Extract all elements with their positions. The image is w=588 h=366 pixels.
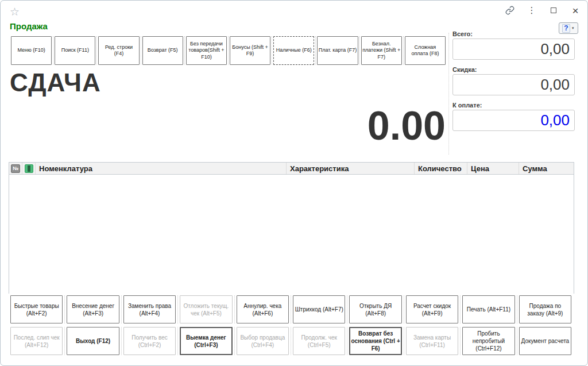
- get-weight-button: Получить вес (Ctrl+F2): [123, 327, 176, 355]
- column-quantity[interactable]: Количество: [415, 163, 467, 174]
- kebab-menu-icon[interactable]: ⋮: [527, 5, 537, 16]
- barcode-button[interactable]: Штрихкод (Alt+F7): [293, 295, 345, 323]
- toolbar-button-payment-card[interactable]: Плат. карта (F7): [317, 36, 358, 65]
- toolbar-button-cashless[interactable]: Безнал. платежи (Shift + F7): [361, 36, 402, 65]
- column-price[interactable]: Цена: [467, 163, 519, 174]
- to-pay-field[interactable]: 0,00: [452, 110, 575, 131]
- link-icon[interactable]: [505, 5, 515, 16]
- toolbar-button-menu[interactable]: Меню (F10): [11, 36, 52, 65]
- toolbar-button-edit-line[interactable]: Ред. строки (F4): [98, 36, 139, 65]
- actions-row-1: Быстрые товары (Alt+F2) Внесение денег (…: [9, 295, 573, 323]
- pos-window: ☆ ⋮ × Продажа ? ▼ Меню (F10) Поиск (F11)…: [0, 0, 588, 366]
- toolbar-button-bonuses[interactable]: Бонусы (Shift + F9): [230, 36, 270, 65]
- hold-receipt-button: Отложить текущ. чек (Alt+F5): [180, 295, 232, 323]
- to-pay-label: К оплате:: [452, 102, 575, 109]
- column-number[interactable]: №: [9, 163, 22, 174]
- toolbar-button-search[interactable]: Поиск (F11): [55, 36, 95, 65]
- column-characteristic[interactable]: Характеристика: [287, 163, 415, 174]
- items-table-body[interactable]: [9, 175, 574, 294]
- nomenclature-icon: [25, 164, 33, 173]
- print-button[interactable]: Печать (Alt+F11): [462, 295, 514, 323]
- items-table: № Номенклатура Характеристика Количество…: [9, 162, 574, 294]
- toolbar-button-cash[interactable]: Наличные (F6): [273, 36, 314, 65]
- totals-panel: Всего: 0,00 Скидка: 0,00 К оплате: 0,00: [452, 30, 575, 137]
- open-cash-drawer-button[interactable]: Открыть ДЯ (Alt+F8): [349, 295, 401, 323]
- toolbar-button-no-goods-transfer[interactable]: Без передачи товаров(Shift + F10): [186, 36, 227, 65]
- sale-by-order-button[interactable]: Продажа по заказу (Alt+9): [519, 295, 571, 323]
- last-slip-receipt-button: Послед. слип чек (Alt+F12): [10, 327, 63, 355]
- select-seller-button: Выбор продавца (Ctrl+F4): [237, 327, 289, 355]
- punch-unpunched-button[interactable]: Пробить непробитый (Ctrl+F12): [462, 327, 514, 355]
- payment-toolbar: Меню (F10) Поиск (F11) Ред. строки (F4) …: [10, 36, 447, 65]
- discount-value: 0,00: [540, 76, 570, 94]
- column-item-icon[interactable]: [22, 163, 36, 174]
- discount-field[interactable]: 0,00: [452, 74, 575, 95]
- void-receipt-button[interactable]: Аннулир. чека (Alt+F6): [237, 295, 289, 323]
- discount-label: Скидка:: [452, 66, 575, 73]
- total-field[interactable]: 0,00: [452, 38, 575, 60]
- quick-goods-button[interactable]: Быстрые товары (Alt+F2): [10, 295, 63, 323]
- favorite-star-icon[interactable]: ☆: [10, 5, 20, 18]
- maximize-icon[interactable]: [548, 5, 559, 16]
- column-sum[interactable]: Сумма: [519, 163, 574, 174]
- actions-row-2: Послед. слип чек (Alt+F12) Выход (F12) П…: [9, 327, 573, 355]
- replace-card-button: Замена карты (Ctrl+F11): [406, 327, 458, 355]
- change-rights-button[interactable]: Заменить права (Alt+F4): [123, 295, 176, 323]
- continue-receipt-button: Продолж. чек (Ctrl+F5): [293, 327, 345, 355]
- cash-out-button[interactable]: Выемка денег (Ctrl+F3): [180, 327, 232, 355]
- panel-separator: [448, 33, 449, 155]
- change-amount: 0.00: [173, 103, 446, 149]
- exit-button[interactable]: Выход (F12): [67, 327, 119, 355]
- items-table-header: № Номенклатура Характеристика Количество…: [9, 163, 574, 175]
- total-value: 0,00: [540, 40, 570, 58]
- window-controls: ⋮ ×: [505, 5, 581, 16]
- chevron-down-icon: ▼: [571, 26, 575, 30]
- close-icon[interactable]: ×: [570, 5, 581, 16]
- cash-in-button[interactable]: Внесение денег (Alt+F3): [67, 295, 119, 323]
- page-title: Продажа: [10, 21, 48, 31]
- toolbar-button-return[interactable]: Возврат (F5): [142, 36, 183, 65]
- calc-discounts-button[interactable]: Расчет скидок (Alt+F9): [406, 295, 458, 323]
- change-label: СДАЧА: [10, 68, 101, 97]
- settlement-document-button[interactable]: Документ расчета: [519, 327, 571, 355]
- line-number-icon: №: [11, 164, 20, 173]
- column-nomenclature[interactable]: Номенклатура: [36, 163, 287, 174]
- return-no-basis-button[interactable]: Возврат без основания (Ctrl + F6): [349, 327, 401, 355]
- toolbar-button-complex-payment[interactable]: Сложная оплата (F8): [405, 36, 446, 65]
- total-label: Всего:: [452, 30, 575, 37]
- to-pay-value: 0,00: [540, 111, 570, 129]
